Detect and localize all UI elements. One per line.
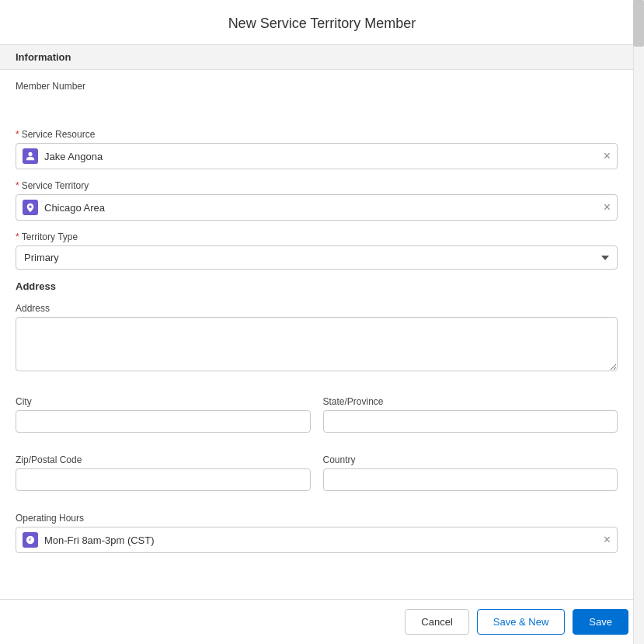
operating-hours-input[interactable]: Mon-Fri 8am-3pm (CST) ×	[16, 527, 618, 553]
service-territory-input[interactable]: Chicago Area ×	[16, 194, 618, 221]
territory-type-select[interactable]: Primary Secondary	[16, 245, 618, 270]
state-province-label: State/Province	[323, 396, 618, 407]
service-territory-value: Chicago Area	[44, 202, 592, 214]
operating-hours-value: Mon-Fri 8am-3pm (CST)	[44, 534, 592, 546]
person-icon	[23, 148, 38, 164]
scrollbar-track[interactable]	[633, 0, 644, 644]
member-number-group: Member Number	[16, 81, 618, 118]
service-territory-clear-button[interactable]: ×	[604, 201, 611, 214]
operating-hours-label: Operating Hours	[16, 513, 618, 524]
service-resource-required: *	[16, 129, 19, 140]
scrollbar-thumb[interactable]	[633, 0, 644, 47]
member-number-value	[16, 95, 618, 118]
service-resource-group: * Service Resource Jake Angona ×	[16, 129, 618, 169]
city-label: City	[16, 396, 311, 407]
address-group: Address	[16, 303, 618, 374]
modal-title: New Service Territory Member	[0, 0, 644, 44]
form-content: Member Number * Service Resource Jake An…	[0, 81, 633, 580]
service-territory-required: *	[16, 180, 19, 191]
city-group: City	[16, 396, 311, 433]
city-state-row: City State/Province	[16, 385, 618, 444]
cancel-button[interactable]: Cancel	[405, 609, 468, 635]
clock-icon	[23, 532, 38, 548]
service-resource-label: * Service Resource	[16, 129, 618, 140]
modal-container: New Service Territory Member Information…	[0, 0, 644, 644]
modal-footer: Cancel Save & New Save	[0, 599, 644, 644]
zip-country-row: Zip/Postal Code Country	[16, 444, 618, 502]
save-and-new-button[interactable]: Save & New	[477, 609, 566, 635]
service-resource-input[interactable]: Jake Angona ×	[16, 143, 618, 169]
state-province-input[interactable]	[323, 410, 618, 433]
address-section-label: Address	[16, 280, 618, 292]
address-input[interactable]	[16, 317, 618, 371]
operating-hours-group: Operating Hours Mon-Fri 8am-3pm (CST) ×	[16, 513, 618, 553]
service-territory-label: * Service Territory	[16, 180, 618, 191]
service-resource-clear-button[interactable]: ×	[604, 150, 611, 162]
territory-icon	[23, 200, 38, 215]
zip-postal-code-group: Zip/Postal Code	[16, 454, 311, 491]
territory-type-label: * Territory Type	[16, 231, 618, 242]
bottom-spacer	[16, 564, 618, 580]
save-button[interactable]: Save	[573, 609, 628, 635]
member-number-label: Member Number	[16, 81, 618, 92]
territory-type-required: *	[16, 231, 19, 242]
operating-hours-clear-button[interactable]: ×	[604, 534, 611, 546]
zip-postal-code-input[interactable]	[16, 468, 311, 491]
service-resource-value: Jake Angona	[44, 151, 592, 162]
territory-type-group: * Territory Type Primary Secondary	[16, 231, 618, 270]
city-input[interactable]	[16, 410, 311, 433]
country-label: Country	[323, 454, 618, 465]
country-group: Country	[323, 454, 618, 491]
modal-body: Information Member Number * Service Reso…	[0, 44, 644, 599]
information-section-header: Information	[0, 44, 633, 70]
country-input[interactable]	[323, 468, 618, 491]
state-province-group: State/Province	[323, 396, 618, 433]
service-territory-group: * Service Territory Chicago Area ×	[16, 180, 618, 221]
address-label: Address	[16, 303, 618, 314]
zip-postal-code-label: Zip/Postal Code	[16, 454, 311, 465]
